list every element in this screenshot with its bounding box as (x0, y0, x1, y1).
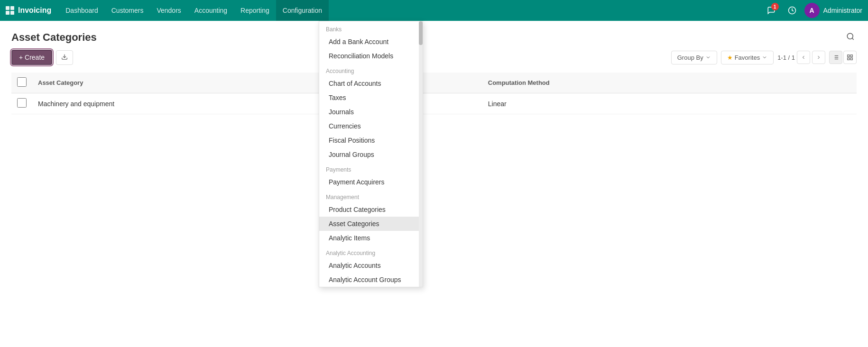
menu-journal-groups[interactable]: Journal Groups (319, 147, 423, 162)
create-button[interactable]: + Create (11, 50, 52, 65)
row-checkbox[interactable] (17, 98, 27, 108)
menu-taxes[interactable]: Taxes (319, 91, 423, 105)
chevron-down-icon-2 (762, 55, 767, 60)
data-table: Asset Category Computation Method Machin… (11, 73, 857, 114)
menu-add-bank-account[interactable]: Add a Bank Account (319, 35, 423, 49)
section-banks: Banks (319, 21, 423, 35)
configuration-dropdown: Banks Add a Bank Account Reconciliation … (319, 21, 423, 287)
cell-computation-method: Linear (482, 93, 857, 114)
clock-button[interactable] (784, 2, 801, 19)
favorites-button[interactable]: ★ Favorites (721, 51, 774, 64)
section-management: Management (319, 189, 423, 202)
nav-customers[interactable]: Customers (105, 0, 150, 21)
section-payments: Payments (319, 162, 423, 175)
select-all-checkbox[interactable] (17, 77, 27, 87)
top-navigation: Invoicing Dashboard Customers Vendors Ac… (0, 0, 868, 21)
menu-fiscal-positions[interactable]: Fiscal Positions (319, 133, 423, 147)
svg-rect-12 (850, 58, 852, 60)
menu-asset-categories[interactable]: Asset Categories (319, 217, 423, 231)
nav-dashboard[interactable]: Dashboard (59, 0, 105, 21)
menu-chart-of-accounts[interactable]: Chart of Accounts (319, 76, 423, 91)
menu-product-categories[interactable]: Product Categories (319, 202, 423, 217)
next-page-button[interactable] (812, 51, 825, 64)
svg-rect-11 (850, 55, 852, 57)
prev-page-button[interactable] (797, 51, 810, 64)
svg-line-2 (852, 38, 853, 39)
menu-analytic-account-groups[interactable]: Analytic Account Groups (319, 273, 423, 287)
view-toggle (829, 51, 857, 64)
scrollbar-track (419, 21, 423, 287)
message-badge: 1 (771, 3, 779, 10)
scrollbar-thumb[interactable] (419, 21, 423, 45)
menu-payment-acquirers[interactable]: Payment Acquirers (319, 175, 423, 189)
chevron-left-icon (801, 55, 806, 60)
nav-configuration[interactable]: Configuration (276, 0, 329, 21)
menu-currencies[interactable]: Currencies (319, 119, 423, 133)
star-icon: ★ (727, 54, 733, 61)
chevron-down-icon (705, 55, 711, 60)
list-icon (832, 54, 839, 61)
toolbar-right: Group By ★ Favorites 1-1 / 1 (671, 51, 857, 64)
svg-point-1 (847, 33, 853, 39)
nav-accounting[interactable]: Accounting (188, 0, 234, 21)
page-title: Asset Categories (11, 31, 97, 44)
menu-reconciliation-models[interactable]: Reconciliation Models (319, 49, 423, 63)
main-content: Asset Categories + Create Group By (0, 21, 868, 347)
menu-analytic-accounts[interactable]: Analytic Accounts (319, 258, 423, 273)
section-analytic-accounting: Analytic Accounting (319, 245, 423, 258)
grid-view-icon (847, 54, 853, 61)
nav-right: 1 A Administrator (763, 2, 862, 19)
username[interactable]: Administrator (823, 7, 862, 14)
nav-vendors[interactable]: Vendors (150, 0, 187, 21)
kanban-view-button[interactable] (843, 51, 857, 64)
svg-rect-13 (848, 58, 850, 60)
app-name: Invoicing (18, 6, 51, 15)
table-row[interactable]: Machinery and equipment Linear (11, 93, 857, 114)
menu-journals[interactable]: Journals (319, 105, 423, 119)
toolbar: + Create Group By ★ Favorites (11, 50, 857, 65)
menu-analytic-items[interactable]: Analytic Items (319, 231, 423, 245)
avatar[interactable]: A (804, 3, 820, 18)
nav-reporting[interactable]: Reporting (234, 0, 276, 21)
group-by-button[interactable]: Group By (671, 51, 717, 64)
col-computation-method: Computation Method (482, 73, 857, 93)
grid-icon (6, 6, 14, 15)
chevron-right-icon (816, 55, 822, 60)
list-view-button[interactable] (829, 51, 842, 64)
nav-menu: Dashboard Customers Vendors Accounting R… (59, 0, 762, 21)
messages-button[interactable]: 1 (763, 2, 780, 19)
export-button[interactable] (56, 50, 73, 65)
section-accounting: Accounting (319, 63, 423, 76)
pagination: 1-1 / 1 (777, 51, 825, 64)
svg-rect-10 (848, 55, 850, 57)
search-button[interactable] (844, 30, 857, 44)
app-logo[interactable]: Invoicing (6, 6, 51, 15)
page-header: Asset Categories (11, 30, 857, 44)
